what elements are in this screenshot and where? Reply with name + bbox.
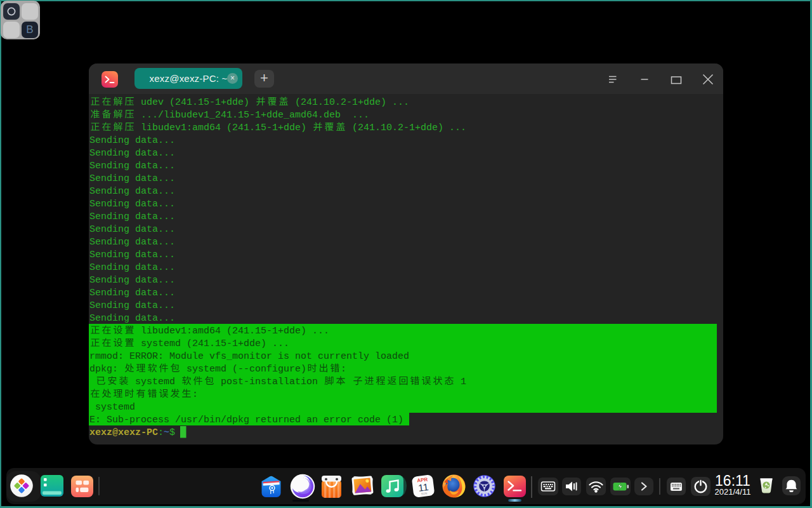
svg-text:Sending: Sending — [89, 262, 129, 273]
svg-text:...: ... — [392, 97, 409, 108]
svg-text:Sub-process: Sub-process — [107, 415, 169, 425]
svg-text:udev: udev — [141, 97, 164, 108]
svg-text:...: ... — [352, 110, 369, 121]
svg-text:/usr/bin/dpkg: /usr/bin/dpkg — [175, 415, 249, 425]
svg-text:Sending: Sending — [89, 148, 129, 159]
svg-text:Sending: Sending — [89, 211, 129, 222]
svg-text:(241.15-1+dde): (241.15-1+dde) — [169, 97, 249, 108]
svg-text:Sending: Sending — [89, 313, 129, 324]
svg-text:libudev1:amd64: libudev1:amd64 — [141, 123, 221, 133]
svg-text:...: ... — [272, 338, 289, 349]
svg-text:data...: data... — [135, 211, 175, 222]
svg-text:(241.15-1+dde): (241.15-1+dde) — [187, 338, 266, 349]
svg-text:systemd: systemd — [95, 402, 135, 413]
svg-text:1: 1 — [461, 377, 466, 387]
svg-text:.../libudev1_241.15-1+dde_amd6: .../libudev1_241.15-1+dde_amd64.deb — [141, 110, 341, 121]
svg-text:post-installation: post-installation — [221, 377, 318, 387]
svg-text:Sending: Sending — [89, 300, 129, 311]
svg-text:data...: data... — [135, 275, 175, 286]
svg-text:data...: data... — [135, 313, 175, 324]
svg-text:(241.15-1+dde): (241.15-1+dde) — [226, 326, 306, 337]
svg-text:...: ... — [449, 123, 466, 133]
svg-text::: : — [158, 427, 164, 438]
svg-text:systemd: systemd — [187, 364, 226, 375]
svg-text:returned: returned — [255, 415, 301, 425]
svg-text:data...: data... — [135, 173, 175, 184]
svg-text:$: $ — [169, 427, 175, 438]
svg-text:dpkg:: dpkg: — [89, 364, 118, 375]
svg-text:Sending: Sending — [89, 224, 129, 235]
svg-text:...: ... — [312, 326, 329, 337]
svg-text::: : — [192, 389, 198, 400]
svg-text:code: code — [358, 415, 381, 425]
svg-text:currently: currently — [318, 351, 369, 362]
svg-text:data...: data... — [135, 224, 175, 235]
svg-text:Sending: Sending — [89, 237, 129, 248]
svg-text:(1): (1) — [386, 415, 403, 425]
svg-text:data...: data... — [135, 135, 175, 146]
svg-text:data...: data... — [135, 288, 175, 298]
svg-text:an: an — [306, 415, 318, 425]
svg-text:data...: data... — [135, 148, 175, 159]
svg-text:systemd: systemd — [141, 338, 181, 349]
svg-text:~: ~ — [164, 427, 169, 438]
svg-text:data...: data... — [135, 161, 175, 171]
svg-text:(--configure): (--configure) — [232, 364, 306, 375]
svg-text:data...: data... — [135, 186, 175, 197]
svg-text::: : — [341, 364, 346, 375]
svg-text:data...: data... — [135, 262, 175, 273]
svg-text:(241.10.2-1+dde): (241.10.2-1+dde) — [295, 97, 386, 108]
svg-text:E:: E: — [89, 415, 101, 425]
svg-text:vfs_monitor: vfs_monitor — [209, 351, 272, 362]
svg-text:Sending: Sending — [89, 161, 129, 171]
svg-text:Sending: Sending — [89, 199, 129, 210]
svg-text:error: error — [324, 415, 352, 425]
svg-text:is: is — [278, 351, 289, 362]
svg-text:systemd: systemd — [135, 377, 175, 387]
svg-text:(241.10.2-1+dde): (241.10.2-1+dde) — [352, 123, 443, 133]
svg-text:Sending: Sending — [89, 186, 129, 197]
svg-text:(241.15-1+dde): (241.15-1+dde) — [226, 123, 306, 133]
svg-text:libudev1:amd64: libudev1:amd64 — [141, 326, 221, 337]
svg-text:Sending: Sending — [89, 275, 129, 286]
svg-text:loaded: loaded — [375, 351, 409, 362]
svg-text:xexz@xexz-PC: xexz@xexz-PC — [89, 427, 158, 438]
svg-text:Sending: Sending — [89, 135, 129, 146]
svg-text:data...: data... — [135, 250, 175, 260]
svg-text:Sending: Sending — [89, 288, 129, 298]
svg-text:Module: Module — [169, 351, 204, 362]
svg-text:Sending: Sending — [89, 250, 129, 260]
svg-text:ERROR:: ERROR: — [129, 351, 164, 362]
svg-text:rmmod:: rmmod: — [89, 351, 124, 362]
svg-text:data...: data... — [135, 199, 175, 210]
svg-text:not: not — [295, 351, 312, 362]
svg-text:data...: data... — [135, 237, 175, 248]
svg-text:data...: data... — [135, 300, 175, 311]
svg-text:Sending: Sending — [89, 173, 129, 184]
